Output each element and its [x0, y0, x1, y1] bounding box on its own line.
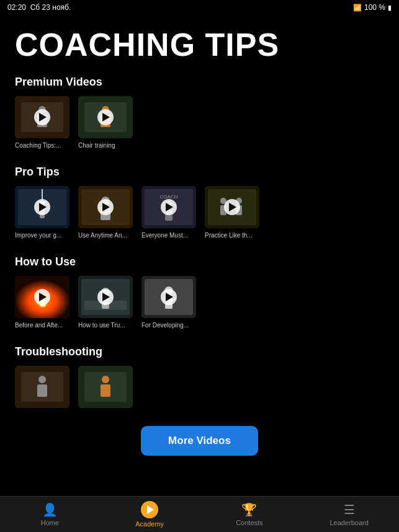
- tab-home-label: Home: [41, 519, 59, 526]
- status-bar: 02:20 Сб 23 нояб. 📶 100 % ▮: [0, 0, 399, 15]
- video-label-v4: Use Anytime An...: [78, 231, 127, 239]
- section-title-premium: Premium Videos: [15, 76, 384, 89]
- video-grid-protips: Improve your g...Use Anytime An...COACHE…: [15, 186, 384, 239]
- video-label-v7: Before and Afte...: [15, 321, 63, 329]
- video-item-v4[interactable]: Use Anytime An...: [78, 186, 133, 239]
- video-thumb-v9: [141, 276, 196, 318]
- video-item-v1[interactable]: Coaching Tips:...: [15, 96, 69, 149]
- video-grid-howto: 🔥Before and Afte...How to use Tru...For …: [15, 276, 384, 329]
- video-item-v2[interactable]: Chair training: [78, 96, 133, 149]
- tab-bar: 👤 Home Academy 🏆 Contests ☰ Leaderboard: [0, 496, 399, 532]
- video-grid-premium: Coaching Tips:...Chair training: [15, 96, 384, 149]
- tab-leaderboard-label: Leaderboard: [330, 519, 368, 526]
- svg-rect-48: [101, 384, 110, 397]
- section-protips: Pro TipsImprove your g...Use Anytime An.…: [0, 159, 399, 249]
- video-thumb-v2: [78, 96, 133, 138]
- svg-point-47: [102, 376, 109, 383]
- section-title-protips: Pro Tips: [15, 166, 384, 179]
- video-item-v6[interactable]: Practice Like th...: [205, 186, 259, 239]
- battery-icon: ▮: [388, 4, 392, 12]
- section-howto: How to Use🔥Before and Afte...How to use …: [0, 249, 399, 339]
- more-videos-button[interactable]: More Videos: [141, 426, 258, 456]
- play-button-v1[interactable]: [34, 109, 50, 125]
- video-thumb-v6: [205, 186, 259, 228]
- page-title: COACHING TIPS: [0, 15, 399, 69]
- tab-leaderboard[interactable]: ☰ Leaderboard: [328, 502, 371, 526]
- status-time-date: 02:20 Сб 23 нояб.: [7, 3, 71, 12]
- play-button-v5[interactable]: [161, 199, 177, 215]
- tab-academy[interactable]: Academy: [128, 501, 171, 528]
- tab-contests[interactable]: 🏆 Contests: [228, 502, 271, 526]
- video-label-v9: For Developing...: [141, 321, 189, 329]
- academy-play-icon: [141, 501, 158, 518]
- video-thumb-v5: COACH: [141, 186, 196, 228]
- play-button-v7[interactable]: [34, 289, 50, 305]
- tab-academy-label: Academy: [135, 520, 164, 528]
- video-thumb-v11: [78, 366, 133, 408]
- home-icon: 👤: [42, 502, 58, 517]
- tab-home[interactable]: 👤 Home: [28, 502, 71, 526]
- video-label-v5: Everyone Must...: [141, 231, 188, 239]
- play-button-v3[interactable]: [34, 199, 50, 215]
- leaderboard-icon: ☰: [344, 502, 355, 517]
- section-title-trouble: Troubleshooting: [15, 345, 384, 358]
- video-label-v6: Practice Like th...: [205, 231, 253, 239]
- more-videos-wrap: More Videos: [0, 421, 399, 505]
- video-thumb-v3: [15, 186, 69, 228]
- video-item-v9[interactable]: For Developing...: [141, 276, 196, 329]
- play-button-v4[interactable]: [97, 199, 114, 215]
- video-thumb-v10: [15, 366, 69, 408]
- status-indicators: 📶 100 % ▮: [353, 3, 392, 12]
- section-premium: Premium VideosCoaching Tips:...Chair tra…: [0, 69, 399, 159]
- section-title-howto: How to Use: [15, 255, 384, 268]
- section-trouble: Troubleshooting: [0, 339, 399, 421]
- video-label-v8: How to use Tru...: [78, 321, 125, 329]
- video-label-v1: Coaching Tips:...: [15, 141, 61, 149]
- play-button-v6[interactable]: [224, 199, 240, 215]
- video-thumb-v4: [78, 186, 133, 228]
- play-button-v2[interactable]: [97, 109, 114, 125]
- video-item-v7[interactable]: 🔥Before and Afte...: [15, 276, 69, 329]
- video-thumb-v1: [15, 96, 69, 138]
- video-grid-trouble: [15, 366, 384, 411]
- tab-contests-label: Contests: [236, 519, 262, 526]
- svg-point-43: [38, 376, 46, 383]
- video-label-v3: Improve your g...: [15, 231, 61, 239]
- play-button-v8[interactable]: [97, 289, 114, 305]
- video-thumb-v7: 🔥: [15, 276, 69, 318]
- video-item-v3[interactable]: Improve your g...: [15, 186, 69, 239]
- contests-icon: 🏆: [241, 502, 257, 517]
- video-item-v8[interactable]: How to use Tru...: [78, 276, 133, 329]
- video-item-v11[interactable]: [78, 366, 133, 411]
- video-label-v2: Chair training: [78, 141, 115, 149]
- video-item-v5[interactable]: COACHEveryone Must...: [141, 186, 196, 239]
- video-thumb-v8: [78, 276, 133, 318]
- play-button-v9[interactable]: [161, 289, 177, 305]
- video-item-v10[interactable]: [15, 366, 69, 411]
- wifi-icon: 📶: [353, 4, 362, 12]
- svg-rect-44: [37, 384, 47, 397]
